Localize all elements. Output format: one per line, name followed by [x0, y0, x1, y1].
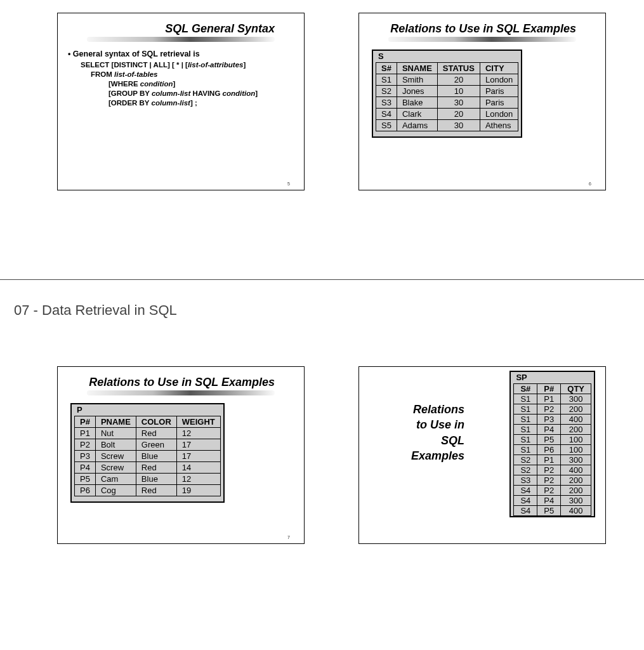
table-row: S4P5400: [514, 506, 591, 516]
table-header: P#: [75, 416, 96, 427]
table-cell: 14: [176, 461, 220, 473]
table-cell: P4: [537, 496, 561, 506]
table-header: STATUS: [437, 62, 480, 74]
table-cell: 12: [176, 427, 220, 439]
table-cell: P1: [537, 455, 561, 465]
slide-5: SQL General Syntax • General syntax of S…: [57, 13, 305, 190]
table-cell: Smith: [397, 74, 437, 85]
table-p-wrap: P P#PNAMECOLORWEIGHTP1NutRed12P2BoltGree…: [70, 403, 225, 503]
table-header: CITY: [480, 62, 518, 74]
table-cell: 17: [176, 450, 220, 461]
table-cell: Cam: [95, 473, 136, 484]
table-cell: P5: [75, 473, 96, 484]
table-cell: S2: [514, 465, 537, 475]
table-header: S#: [376, 62, 397, 74]
table-cell: Athens: [480, 119, 518, 131]
table-cell: S5: [376, 119, 397, 131]
table-header: PNAME: [95, 416, 136, 427]
page-number: 6: [589, 182, 591, 186]
table-cell: S4: [514, 486, 537, 496]
table-cell: 20: [437, 108, 480, 119]
table-cell: Red: [136, 461, 176, 473]
title-underline: [87, 37, 275, 42]
table-cell: Nut: [95, 427, 136, 439]
table-cell: P2: [537, 486, 561, 496]
table-cell: Blue: [136, 473, 176, 484]
table-cell: S4: [514, 496, 537, 506]
table-cell: 10: [437, 85, 480, 96]
table-cell: 20: [437, 74, 480, 85]
slide-6: Relations to Use in SQL Examples S S#SNA…: [358, 13, 606, 190]
table-cell: 300: [561, 455, 591, 465]
table-cell: Red: [136, 484, 176, 496]
table-cell: P2: [537, 404, 561, 415]
bottom-slide-row: Relations to Use in SQL Examples P P#PNA…: [0, 354, 644, 557]
table-cell: 100: [561, 435, 591, 445]
table-cell: Green: [136, 439, 176, 450]
table-cell: Cog: [95, 484, 136, 496]
table-header: QTY: [561, 384, 591, 394]
table-header: WEIGHT: [176, 416, 220, 427]
table-sp: S#P#QTYS1P1300S1P2200S1P3400S1P4200S1P51…: [513, 383, 591, 516]
table-cell: S1: [514, 445, 537, 455]
slide-7: Relations to Use in SQL Examples P P#PNA…: [57, 366, 305, 544]
slide-8: Relations to Use in SQL Examples SP S#P#…: [358, 366, 606, 544]
slide-8-title: Relations to Use in SQL Examples: [369, 402, 464, 463]
table-cell: Screw: [95, 461, 136, 473]
table-cell: P5: [537, 435, 561, 445]
table-row: S2P2400: [514, 465, 591, 475]
table-s: S#SNAMESTATUSCITYS1Smith20LondonS2Jones1…: [376, 62, 518, 131]
table-cell: S3: [376, 96, 397, 108]
table-row: P6CogRed19: [75, 484, 221, 496]
title-underline: [388, 37, 576, 42]
table-cell: Jones: [397, 85, 437, 96]
table-cell: London: [480, 108, 518, 119]
syntax-where: [WHERE condition]: [108, 80, 294, 88]
table-cell: 200: [561, 404, 591, 415]
table-cell: P2: [537, 465, 561, 475]
table-row: S2Jones10Paris: [376, 85, 518, 96]
table-cell: S4: [514, 506, 537, 516]
table-cell: S1: [514, 435, 537, 445]
table-cell: Red: [136, 427, 176, 439]
table-cell: 200: [561, 425, 591, 435]
table-cell: S4: [376, 108, 397, 119]
table-cell: 200: [561, 475, 591, 486]
table-row: P5CamBlue12: [75, 473, 221, 484]
table-cell: 17: [176, 439, 220, 450]
table-s-wrap: S S#SNAMESTATUSCITYS1Smith20LondonS2Jone…: [372, 50, 522, 138]
table-row: S1Smith20London: [376, 74, 518, 85]
table-cell: Clark: [397, 108, 437, 119]
table-cell: P1: [537, 394, 561, 404]
table-cell: 300: [561, 394, 591, 404]
slide-6-title: Relations to Use in SQL Examples: [369, 22, 595, 36]
table-cell: P5: [537, 506, 561, 516]
table-p-label: P: [74, 404, 221, 416]
table-cell: P6: [537, 445, 561, 455]
table-cell: 400: [561, 465, 591, 475]
bullet-intro: • General syntax of SQL retrieval is: [68, 50, 294, 58]
table-p: P#PNAMECOLORWEIGHTP1NutRed12P2BoltGreen1…: [74, 416, 221, 496]
table-cell: Paris: [480, 85, 518, 96]
table-cell: Blue: [136, 450, 176, 461]
table-cell: S1: [376, 74, 397, 85]
table-cell: 12: [176, 473, 220, 484]
table-cell: S2: [376, 85, 397, 96]
table-cell: P4: [537, 425, 561, 435]
table-cell: P3: [537, 415, 561, 425]
table-row: S2P1300: [514, 455, 591, 465]
table-s-label: S: [376, 51, 518, 62]
table-row: S1P4200: [514, 425, 591, 435]
table-cell: S1: [514, 425, 537, 435]
page-number: 5: [287, 182, 290, 186]
table-cell: P2: [537, 475, 561, 486]
page-number: 7: [287, 535, 290, 540]
table-cell: Screw: [95, 450, 136, 461]
table-sp-label: SP: [513, 372, 591, 383]
table-row: S4Clark20London: [376, 108, 518, 119]
table-row: S1P1300: [514, 394, 591, 404]
table-row: S4P4300: [514, 496, 591, 506]
table-cell: S3: [514, 475, 537, 486]
table-cell: 400: [561, 506, 591, 516]
table-row: S5Adams30Athens: [376, 119, 518, 131]
